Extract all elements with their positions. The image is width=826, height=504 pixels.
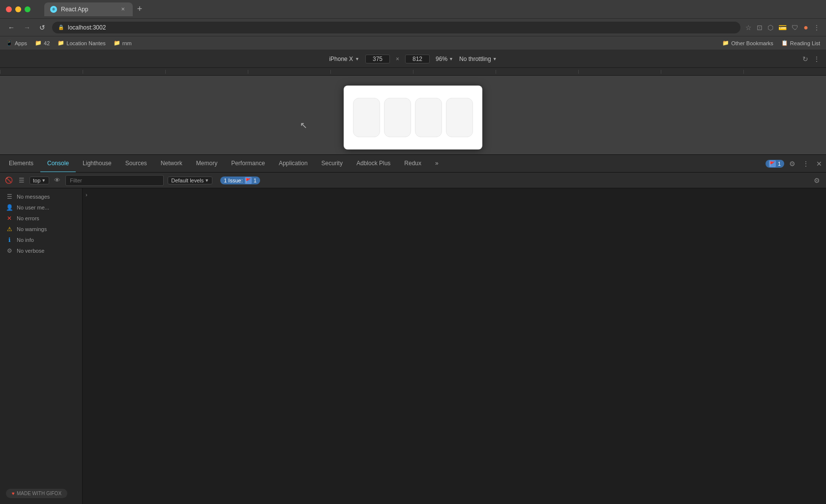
console-prompt-arrow[interactable]: › [86,192,88,198]
eye-button[interactable]: 👁 [53,176,61,185]
bookmark-rnm[interactable]: 📁 rnm [114,40,132,46]
bookmarks-bar: 📱 Apps 📁 42 📁 Location Nantes 📁 rnm 📁 Ot… [0,36,826,50]
tab-performance[interactable]: Performance [224,155,272,173]
sidebar-item-verbose[interactable]: ⚙ No verbose [0,245,82,256]
zoom-chevron: ▼ [449,57,453,61]
other-bookmarks[interactable]: 📁 Other Bookmarks [722,40,773,46]
bookmark-apps-label: Apps [15,40,27,46]
rotate-icon[interactable]: ↻ [802,55,808,63]
traffic-lights [6,6,30,12]
ruler-tick-9 [661,70,743,74]
url-text: localhost:3002 [68,24,106,31]
width-input[interactable]: 375 [365,55,390,63]
clear-console-button[interactable]: 🚫 [4,176,14,185]
forward-button[interactable]: → [22,23,32,32]
zoom-level: 96% [436,56,447,62]
tab-more[interactable]: » [428,155,445,173]
devtools-tabs: Elements Console Lighthouse Sources Netw… [0,155,826,173]
ruler-tick-10 [743,70,826,74]
console-issue-num: 1 [254,178,257,183]
cast-icon[interactable]: ⊡ [757,24,763,31]
console-issue-text: 1 Issue: [224,178,243,183]
context-selector[interactable]: top ▼ [30,177,49,184]
sidebar-item-info[interactable]: ℹ No info [0,235,82,245]
more-icon[interactable]: ⋮ [813,55,820,63]
title-bar: ⚛ React App ✕ + [0,0,826,19]
browser-tab[interactable]: ⚛ React App ✕ [44,2,133,16]
tab-title: React App [61,6,88,13]
sidebar-item-user-messages[interactable]: 👤 No user me... [0,202,82,213]
console-issue-badge[interactable]: 1 Issue: 🚩 1 [220,177,260,184]
user-avatar[interactable]: ● [803,23,808,32]
close-button[interactable] [6,6,12,12]
tab-adblock-plus[interactable]: Adblock Plus [350,155,397,173]
levels-label: Default levels [171,178,204,183]
gifox-badge: ♥ MADE WITH GIFOX [6,489,67,498]
menu-icon[interactable]: ⋮ [813,24,820,31]
tab-application[interactable]: Application [272,155,315,173]
card-skeleton-1 [353,98,380,137]
console-settings-button[interactable]: ⚙ [812,177,822,184]
sidebar-item-messages[interactable]: ☰ No messages [0,191,82,202]
tab-sources[interactable]: Sources [118,155,154,173]
levels-selector[interactable]: Default levels ▼ [168,177,212,184]
sidebar-item-warnings[interactable]: ⚠ No warnings [0,224,82,235]
context-label: top [33,178,40,183]
bookmark-42[interactable]: 📁 42 [35,40,50,46]
throttle-selector[interactable]: No throttling ▼ [459,56,497,62]
lock-icon: 🔒 [58,25,64,30]
back-button[interactable]: ← [6,23,17,32]
ruler-tick-4 [248,70,330,74]
reading-list[interactable]: 📋 Reading List [781,40,820,46]
card-skeleton-3 [415,98,442,137]
new-tab-button[interactable]: + [133,2,147,16]
issues-badge-icon: 🚩 [769,160,776,167]
tab-close-button[interactable]: ✕ [119,5,127,13]
reload-button[interactable]: ↺ [37,23,47,32]
tab-bar: ⚛ React App ✕ + [44,0,147,18]
tab-elements[interactable]: Elements [2,155,40,173]
sidebar-item-errors[interactable]: ✕ No errors [0,213,82,224]
filter-input[interactable] [65,175,164,186]
folder-icon-2: 📁 [58,40,64,46]
other-bookmarks-icon: 📁 [722,40,729,46]
settings-button[interactable]: ⚙ [787,160,797,168]
customize-button[interactable]: ⋮ [800,160,811,168]
close-devtools-button[interactable]: ✕ [814,160,824,168]
bookmark-location-nantes[interactable]: 📁 Location Nantes [58,40,106,46]
reading-list-label: Reading List [790,40,820,46]
address-bar[interactable]: 🔒 localhost:3002 [52,22,740,33]
wallet-icon[interactable]: 💳 [778,24,787,31]
tab-network[interactable]: Network [154,155,189,173]
tab-security[interactable]: Security [315,155,350,173]
ruler-tick-6 [413,70,496,74]
tab-console[interactable]: Console [40,155,76,173]
height-input[interactable]: 812 [405,55,430,63]
zoom-selector[interactable]: 96% ▼ [436,56,453,62]
gifox-label: MADE WITH GIFOX [17,491,61,496]
bookmark-apps[interactable]: 📱 Apps [6,40,27,46]
throttle-chevron: ▼ [493,57,497,61]
tab-memory[interactable]: Memory [189,155,224,173]
sidebar-errors-label: No errors [17,215,39,221]
apps-icon: 📱 [6,40,13,46]
minimize-button[interactable] [15,6,21,12]
cursor: ↖ [300,120,307,131]
dimension-separator: × [396,56,399,62]
sidebar-info-label: No info [17,237,34,243]
extension-icon[interactable]: ⬡ [767,24,773,31]
device-selector[interactable]: iPhone X ▼ [329,56,359,62]
adblocker-icon[interactable]: 🛡 [792,24,798,31]
bookmark-nantes-label: Location Nantes [66,40,106,46]
show-sidebar-button[interactable]: ☰ [18,176,26,185]
issues-badge[interactable]: 🚩 1 [766,160,784,168]
user-icon: 👤 [6,204,13,211]
list-icon: ☰ [6,193,13,200]
tab-redux[interactable]: Redux [397,155,428,173]
bookmark-star-icon[interactable]: ☆ [745,24,752,31]
ruler-area [0,68,826,76]
tab-lighthouse[interactable]: Lighthouse [76,155,118,173]
maximize-button[interactable] [25,6,30,12]
issue-count: 1 [778,161,781,167]
sidebar-user-messages-label: No user me... [17,205,49,210]
